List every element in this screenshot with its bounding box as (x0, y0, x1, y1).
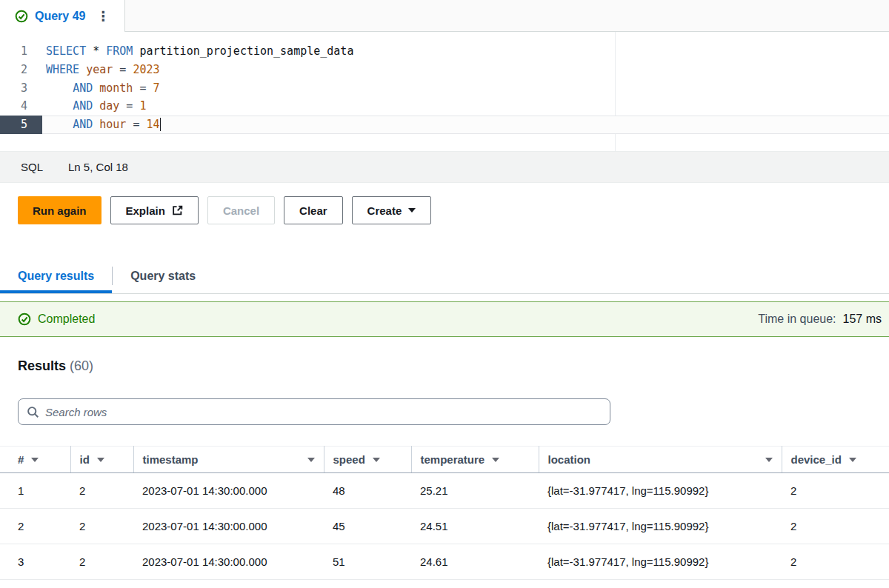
table-row: 222023-07-01 14:30:00.0004524.51{lat=-31… (0, 509, 889, 544)
results-count: (60) (70, 358, 93, 373)
table-cell: 48 (324, 473, 411, 509)
table-cell: 1 (0, 473, 70, 509)
column-header-timestamp: timestamp (133, 447, 324, 473)
column-header-id: id (70, 447, 133, 473)
column-filter-dropdown-icon[interactable] (849, 458, 856, 462)
table-cell: 2023-07-01 14:30:00.000 (133, 509, 324, 544)
results-tabbar: Query results Query stats (0, 258, 889, 294)
code-line-4[interactable]: 4 AND day = 1 (0, 97, 889, 116)
column-header-label: # (18, 453, 24, 466)
run-again-label: Run again (33, 204, 87, 217)
code-text: AND day = 1 (42, 97, 146, 116)
tab-query-results[interactable]: Query results (0, 258, 112, 293)
kebab-menu-icon[interactable]: ⋮ (92, 8, 114, 24)
check-circle-icon (15, 10, 28, 23)
table-row: 322023-07-01 14:30:00.0005124.61{lat=-31… (0, 544, 889, 580)
search-rows-input[interactable] (45, 406, 602, 418)
code-lines: 1SELECT * FROM partition_projection_samp… (0, 42, 889, 134)
results-header-row: #idtimestampspeedtemperaturelocationdevi… (0, 447, 889, 473)
column-header-temperature: temperature (411, 447, 539, 473)
queue-time-value: 157 ms (843, 313, 882, 326)
cursor-position-label: Ln 5, Col 18 (68, 161, 128, 173)
table-cell: 51 (324, 544, 411, 580)
code-line-3[interactable]: 3 AND month = 7 (0, 79, 889, 98)
table-cell: 24.61 (411, 544, 539, 580)
results-title: Results (18, 358, 66, 373)
queue-time: Time in queue: 157 ms (758, 313, 882, 326)
explain-label: Explain (126, 204, 165, 217)
table-cell: 2 (782, 509, 889, 544)
search-rows-box (18, 398, 610, 425)
column-header-label: temperature (421, 453, 485, 466)
column-filter-dropdown-icon[interactable] (97, 458, 104, 462)
column-header-row-number: # (0, 447, 70, 473)
status-banner: Completed Time in queue: 157 ms (0, 301, 889, 337)
line-number: 4 (0, 97, 42, 116)
code-line-2[interactable]: 2WHERE year = 2023 (0, 61, 889, 79)
check-circle-icon (18, 313, 31, 326)
column-filter-dropdown-icon[interactable] (765, 458, 773, 462)
results-heading: Results (60) (18, 358, 889, 374)
create-dropdown-button[interactable]: Create (352, 196, 432, 224)
code-text: SELECT * FROM partition_projection_sampl… (42, 42, 353, 61)
language-mode-label: SQL (21, 161, 43, 173)
table-cell: 2 (70, 544, 133, 580)
table-cell: 3 (0, 544, 70, 580)
table-cell: 2 (782, 544, 889, 580)
column-header-label: timestamp (143, 453, 199, 466)
column-filter-dropdown-icon[interactable] (31, 458, 39, 462)
column-header-label: location (548, 453, 591, 466)
table-cell: 2023-07-01 14:30:00.000 (133, 544, 324, 580)
code-text: AND hour = 14 (42, 116, 161, 134)
text-cursor (160, 118, 162, 131)
table-cell: 2 (0, 509, 70, 544)
cancel-label: Cancel (223, 204, 259, 217)
table-cell: 2023-07-01 14:30:00.000 (133, 473, 324, 509)
queue-time-label: Time in queue: (758, 313, 836, 326)
run-again-button[interactable]: Run again (18, 196, 101, 224)
tab-query-stats[interactable]: Query stats (113, 258, 213, 293)
table-cell: {lat=-31.977417, lng=115.90992} (539, 509, 782, 544)
external-link-icon (172, 205, 183, 216)
tab-query-results-label: Query results (18, 270, 94, 283)
results-table: #idtimestampspeedtemperaturelocationdevi… (0, 446, 889, 580)
table-cell: 2 (70, 509, 133, 544)
column-filter-dropdown-icon[interactable] (492, 458, 499, 462)
editor-statusbar: SQL Ln 5, Col 18 (0, 152, 889, 183)
table-cell: {lat=-31.977417, lng=115.90992} (539, 544, 782, 580)
column-header-label: speed (333, 453, 365, 466)
column-header-speed: speed (324, 447, 411, 473)
column-header-device_id: device_id (782, 447, 889, 473)
line-number: 3 (0, 79, 42, 98)
column-header-label: id (80, 453, 90, 466)
query-actions: Run again Explain Cancel Clear Create (0, 183, 889, 224)
sql-editor[interactable]: 1SELECT * FROM partition_projection_samp… (0, 32, 889, 152)
code-text: AND month = 7 (42, 79, 160, 98)
table-cell: {lat=-31.977417, lng=115.90992} (539, 473, 782, 509)
search-icon (27, 406, 39, 418)
code-line-5[interactable]: 5 AND hour = 14 (0, 116, 889, 134)
query-tab-strip: Query 49 ⋮ (0, 0, 889, 32)
explain-button[interactable]: Explain (110, 196, 199, 224)
query-tab-title: Query 49 (35, 10, 85, 23)
column-filter-dropdown-icon[interactable] (307, 458, 315, 462)
table-cell: 2 (70, 473, 133, 509)
code-text: WHERE year = 2023 (42, 61, 160, 79)
table-cell: 25.21 (411, 473, 539, 509)
clear-label: Clear (299, 204, 327, 217)
line-number: 2 (0, 61, 42, 79)
clear-button[interactable]: Clear (284, 196, 343, 224)
table-cell: 2 (782, 473, 889, 509)
code-line-1[interactable]: 1SELECT * FROM partition_projection_samp… (0, 42, 889, 61)
line-number: 5 (0, 116, 42, 134)
table-cell: 24.51 (411, 509, 539, 544)
caret-down-icon (408, 208, 416, 213)
column-filter-dropdown-icon[interactable] (373, 458, 380, 462)
column-header-label: device_id (791, 453, 842, 466)
cancel-button[interactable]: Cancel (207, 196, 275, 224)
query-tab[interactable]: Query 49 ⋮ (0, 0, 125, 32)
line-number: 1 (0, 42, 42, 61)
table-cell: 45 (324, 509, 411, 544)
column-header-location: location (539, 447, 782, 473)
create-label: Create (367, 204, 402, 217)
